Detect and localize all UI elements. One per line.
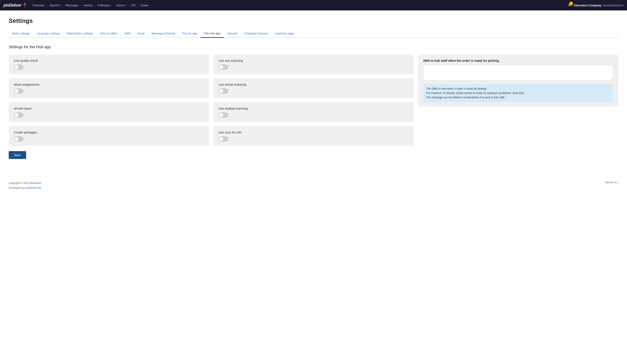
card-loading-scanning: Use loading scanning [213,102,414,122]
quality-check-slider [14,65,23,70]
card-arrival-scanning: Use arrival scanning [213,79,414,98]
quality-check-label: Use quality check [14,59,204,62]
scan-for-info-toggle-wrap [219,136,409,141]
followup-dropdown-arrow: ▾ [110,4,111,6]
developed-by-text: Developed by [9,186,25,189]
version: Version 4.1 [605,181,618,190]
loading-scanning-label: Use loading scanning [219,107,409,110]
left-column: Use quality check Move assignments [9,55,209,146]
copyright: Copyright © 2022 pinDeliver [9,181,41,186]
nav-followup[interactable]: Followup▾ [96,0,113,10]
sms-textarea[interactable] [423,65,613,81]
sms-panel-title: SMS to hub staff when the order is ready… [423,59,613,62]
card-quality-check: Use quality check [9,55,209,74]
settings-grid: Use quality check Move assignments [9,55,618,146]
tab-click-collect[interactable]: Click & collect [96,30,121,38]
move-assignments-toggle[interactable] [14,89,23,94]
arrival-report-slider [14,112,23,118]
create-packages-slider [14,136,23,141]
move-assignments-toggle-wrap [14,89,204,94]
nav-overview[interactable]: Overview [30,0,47,10]
sort-scanning-slider [219,65,228,70]
tab-optimization-settings[interactable]: Optimization settings [63,30,96,38]
tab-security[interactable]: Security [224,30,241,38]
tabs-container: Basic settings Language settings Optimiz… [9,30,618,38]
sms-info-box: The SMS is sent when a order is ready fo… [423,84,613,102]
loading-scanning-slider [219,112,228,118]
navbar-right: ✉ 0 Education Company, VeronicaCross ▾ [568,3,624,8]
footer: Copyright © 2022 pinDeliver Developed by… [0,176,627,195]
developer-info: Developed by pinDeliver AB [9,186,41,190]
nav-api[interactable]: API [129,0,138,10]
card-scan-for-info: Use scan for info [213,126,414,146]
create-packages-label: Create packages [14,131,204,134]
page-content: Settings Basic settings Language setting… [0,10,627,166]
save-button[interactable]: Save [9,151,26,159]
company-name: Education Company [574,4,601,7]
create-packages-toggle-wrap [14,136,204,141]
brand-pin-icon: 📍 [22,3,27,8]
nav-guide[interactable]: Guide [139,0,151,10]
card-create-packages: Create packages [9,126,209,146]
tab-email[interactable]: Email [134,30,148,38]
nav-search[interactable]: Search▾ [48,0,62,10]
scan-for-info-toggle[interactable] [219,136,228,141]
arrival-report-toggle-wrap [14,112,204,118]
nav-history[interactable]: History [82,0,95,10]
mid-column: Use sort scanning Use arrival scanning [213,55,414,146]
footer-left: Copyright © 2022 pinDeliver Developed by… [9,181,41,190]
brand-name: pinDeliver [3,3,21,8]
card-move-assignments: Move assignments [9,79,209,98]
message-badge: 0 [569,1,573,5]
user-info[interactable]: Education Company, VeronicaCross ▾ [574,4,624,7]
section-title: Settings for the Hub app [9,45,618,49]
loading-scanning-toggle-wrap [219,112,409,118]
tab-the-go-app[interactable]: The Go app [179,30,201,38]
tab-language-settings[interactable]: Language settings [33,30,63,38]
save-section: Save [9,151,618,159]
card-arrival-report: Arrival report [9,102,209,122]
username: VeronicaCross [603,4,621,7]
create-packages-toggle[interactable] [14,136,23,141]
move-assignments-slider [14,89,23,94]
tab-sms[interactable]: SMS [121,30,134,38]
nav-messages[interactable]: Messages [63,0,81,10]
tab-the-hub-app[interactable]: The Hub app [201,30,224,38]
tab-company-features[interactable]: Company features [241,30,271,38]
tab-customer-page[interactable]: Customer page [271,30,297,38]
nav-admin[interactable]: Admin▾ [114,0,128,10]
scan-for-info-slider [219,136,228,141]
sort-scanning-label: Use sort scanning [219,59,409,62]
search-dropdown-arrow: ▾ [59,4,60,6]
quality-check-toggle-wrap [14,65,204,70]
navbar: pinDeliver 📍 Overview Search▾ Messages H… [0,0,627,10]
arrival-scanning-slider [219,89,228,94]
arrival-scanning-label: Use arrival scanning [219,83,409,86]
scan-for-info-label: Use scan for info [219,131,409,134]
card-sort-scanning: Use sort scanning [213,55,414,74]
right-column: SMS to hub staff when the order is ready… [418,55,618,107]
arrival-report-toggle[interactable] [14,112,23,118]
move-assignments-label: Move assignments [14,83,204,86]
admin-dropdown-arrow: ▾ [125,4,126,6]
quality-check-toggle[interactable] [14,65,23,70]
brand[interactable]: pinDeliver 📍 [3,3,27,8]
messages-icon[interactable]: ✉ 0 [568,3,571,8]
sms-panel: SMS to hub staff when the order is ready… [418,55,618,107]
arrival-report-label: Arrival report [14,107,204,110]
page-title: Settings [9,17,618,24]
loading-scanning-toggle[interactable] [219,112,228,118]
sort-scanning-toggle-wrap [219,65,409,70]
tab-message-schedule[interactable]: Message schedule [148,30,179,38]
sort-scanning-toggle[interactable] [219,65,228,70]
tab-basic-settings[interactable]: Basic settings [9,30,33,38]
developer-link[interactable]: pinDeliver AB [25,186,41,189]
arrival-scanning-toggle[interactable] [219,89,228,94]
arrival-scanning-toggle-wrap [219,89,409,94]
